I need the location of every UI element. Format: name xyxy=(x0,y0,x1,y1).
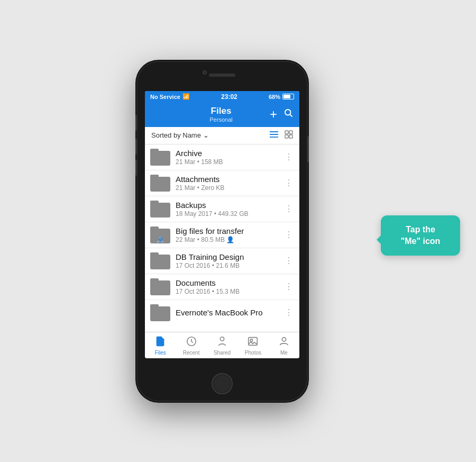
svg-point-9 xyxy=(159,237,162,240)
tooltip-text: Tap the "Me" icon xyxy=(391,224,450,248)
carrier-label: No Service xyxy=(150,94,180,100)
battery-fill xyxy=(283,95,290,98)
sort-chevron: ⌄ xyxy=(203,131,209,139)
svg-point-0 xyxy=(285,110,291,115)
svg-rect-5 xyxy=(285,131,288,134)
recent-tab-icon xyxy=(186,336,197,349)
nav-actions: + xyxy=(270,107,293,122)
svg-point-13 xyxy=(250,339,253,342)
file-info: Documents 17 Oct 2016 • 15.3 MB xyxy=(176,278,278,295)
list-item[interactable]: Backups 18 May 2017 • 449.32 GB ⋮ xyxy=(145,196,299,222)
nav-subtitle: Personal xyxy=(172,116,270,123)
status-right: 68% xyxy=(269,94,294,100)
status-time: 23:02 xyxy=(221,93,237,101)
folder-icon xyxy=(150,252,170,269)
list-view-button[interactable] xyxy=(270,131,278,140)
toolbar-icons xyxy=(270,130,293,141)
file-info: Archive 21 Mar • 158 MB xyxy=(176,149,278,166)
home-button[interactable] xyxy=(212,373,233,394)
search-button[interactable] xyxy=(283,108,293,120)
tab-recent[interactable]: Recent xyxy=(176,336,206,356)
wifi-icon: 📶 xyxy=(182,93,190,100)
file-name: Documents xyxy=(176,278,278,287)
svg-rect-8 xyxy=(289,135,292,138)
file-info: Big files for transfer 22 Mar • 80.5 MB … xyxy=(176,227,278,243)
file-meta: 21 Mar • 158 MB xyxy=(176,158,278,166)
more-button[interactable]: ⋮ xyxy=(283,152,294,162)
file-info: Attachments 21 Mar • Zero KB xyxy=(176,175,278,192)
tab-photos[interactable]: Photos xyxy=(237,336,268,356)
more-button[interactable]: ⋮ xyxy=(283,256,294,266)
folder-icon xyxy=(150,278,170,295)
shared-tab-icon xyxy=(216,336,228,349)
svg-rect-6 xyxy=(289,131,292,134)
list-item[interactable]: Documents 17 Oct 2016 • 15.3 MB ⋮ xyxy=(145,274,299,300)
list-item[interactable]: Archive 21 Mar • 158 MB ⋮ xyxy=(145,144,299,170)
tab-files[interactable]: Files xyxy=(145,336,176,356)
svg-point-14 xyxy=(282,338,286,341)
battery-icon xyxy=(282,94,294,99)
phone-screen: No Service 📶 23:02 68% Files Personal + xyxy=(145,91,299,358)
file-meta: 22 Mar • 80.5 MB 👤 xyxy=(176,236,278,243)
list-item[interactable]: Attachments 21 Mar • Zero KB ⋮ xyxy=(145,170,299,196)
tab-me[interactable]: Me xyxy=(269,336,299,356)
nav-title: Files xyxy=(172,106,270,116)
nav-title-area: Files Personal xyxy=(172,106,270,123)
file-list: Archive 21 Mar • 158 MB ⋮ Attachments 21… xyxy=(145,144,299,332)
file-meta: 21 Mar • Zero KB xyxy=(176,184,278,192)
shared-tab-label: Shared xyxy=(214,350,231,356)
folder-icon xyxy=(150,304,170,321)
svg-point-11 xyxy=(220,337,224,341)
file-info: Evernote's MacBook Pro xyxy=(176,308,278,318)
sort-label-text: Sorted by Name xyxy=(151,131,201,139)
file-info: DB Training Design 17 Oct 2016 • 21.6 MB xyxy=(176,252,278,269)
tooltip-bubble: Tap the "Me" icon xyxy=(381,215,460,256)
battery-pct: 68% xyxy=(269,94,280,100)
list-item[interactable]: Big files for transfer 22 Mar • 80.5 MB … xyxy=(145,222,299,248)
file-info: Backups 18 May 2017 • 449.32 GB xyxy=(176,201,278,218)
file-name: Backups xyxy=(176,201,278,210)
add-button[interactable]: + xyxy=(270,107,277,122)
file-meta: 17 Oct 2016 • 15.3 MB xyxy=(176,288,278,295)
recent-tab-label: Recent xyxy=(183,350,200,356)
svg-line-1 xyxy=(290,115,292,117)
more-button[interactable]: ⋮ xyxy=(283,204,294,214)
photos-tab-icon xyxy=(247,336,259,349)
file-meta: 17 Oct 2016 • 21.6 MB xyxy=(176,262,278,269)
file-name: Big files for transfer xyxy=(176,227,278,235)
folder-icon-shared xyxy=(150,227,170,243)
list-item[interactable]: DB Training Design 17 Oct 2016 • 21.6 MB… xyxy=(145,248,299,274)
files-tab-icon xyxy=(154,336,166,349)
svg-rect-7 xyxy=(285,135,288,138)
files-tab-label: Files xyxy=(155,350,166,356)
status-left: No Service 📶 xyxy=(150,93,190,100)
photos-tab-label: Photos xyxy=(245,350,261,356)
more-button[interactable]: ⋮ xyxy=(283,307,294,318)
phone-camera xyxy=(203,70,207,75)
sort-selector[interactable]: Sorted by Name ⌄ xyxy=(151,131,209,139)
toolbar: Sorted by Name ⌄ xyxy=(145,127,299,144)
file-meta: 18 May 2017 • 449.32 GB xyxy=(176,210,278,218)
file-name: DB Training Design xyxy=(176,252,278,261)
nav-bar: Files Personal + xyxy=(145,103,299,127)
more-button[interactable]: ⋮ xyxy=(283,178,294,188)
more-button[interactable]: ⋮ xyxy=(283,282,294,292)
list-item[interactable]: Evernote's MacBook Pro ⋮ xyxy=(145,300,299,325)
more-button[interactable]: ⋮ xyxy=(283,230,294,240)
tab-bar: Files Recent Shared xyxy=(145,332,299,358)
file-name: Evernote's MacBook Pro xyxy=(176,308,278,317)
phone-device: No Service 📶 23:02 68% Files Personal + xyxy=(138,62,307,401)
folder-icon xyxy=(150,149,170,166)
me-tab-label: Me xyxy=(280,350,288,356)
phone-speaker xyxy=(209,74,235,77)
tab-shared[interactable]: Shared xyxy=(207,336,237,356)
status-bar: No Service 📶 23:02 68% xyxy=(145,91,299,103)
me-tab-icon xyxy=(278,336,290,349)
grid-view-button[interactable] xyxy=(285,130,293,141)
file-name: Archive xyxy=(176,149,278,158)
file-name: Attachments xyxy=(176,175,278,184)
folder-icon xyxy=(150,175,170,192)
folder-icon xyxy=(150,201,170,218)
